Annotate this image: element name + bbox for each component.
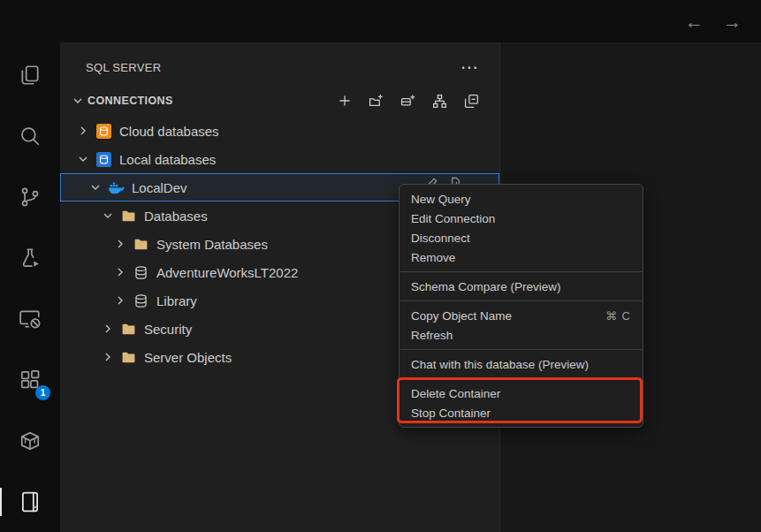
activity-bar: 1 xyxy=(0,42,60,532)
nav-back-icon[interactable]: ← xyxy=(685,12,704,31)
chevron-right-icon[interactable] xyxy=(101,322,115,336)
menu-item-edit-connection[interactable]: Edit Connection xyxy=(400,209,643,228)
tree-item-cloud-databases[interactable]: Cloud databases xyxy=(60,117,499,145)
menu-item-refresh[interactable]: Refresh xyxy=(400,325,643,345)
menu-item-label: Copy Object Name xyxy=(411,309,512,323)
tree-item-label: AdventureWorksLT2022 xyxy=(156,265,298,280)
menu-separator xyxy=(400,271,642,272)
chevron-right-icon[interactable] xyxy=(101,350,115,364)
source-control-icon xyxy=(19,186,42,209)
menu-item-chat-with-database[interactable]: Chat with this database (Preview) xyxy=(400,354,643,374)
chevron-right-icon[interactable] xyxy=(113,293,127,308)
menu-item-label: Remove xyxy=(411,251,455,264)
tree-item-label: System Databases xyxy=(156,237,268,252)
context-menu: New Query Edit Connection Disconnect Rem… xyxy=(399,184,643,428)
tree-item-label: LocalDev xyxy=(132,180,187,195)
search-icon xyxy=(19,125,42,148)
activity-item-search[interactable] xyxy=(9,115,51,157)
add-connection-icon[interactable] xyxy=(337,94,352,109)
activity-item-sql-server[interactable] xyxy=(9,481,51,523)
extensions-badge: 1 xyxy=(35,385,50,400)
menu-item-label: Delete Container xyxy=(411,387,500,400)
monitor-disabled-icon xyxy=(19,308,42,331)
menu-separator xyxy=(400,349,642,350)
connections-toolbar xyxy=(337,94,479,109)
connections-section-header[interactable]: CONNECTIONS xyxy=(60,90,499,111)
menu-separator xyxy=(400,300,642,301)
chevron-right-icon[interactable] xyxy=(113,237,127,251)
new-connection-group-icon[interactable] xyxy=(369,94,384,109)
activity-item-containers[interactable] xyxy=(9,420,51,462)
beaker-run-icon xyxy=(19,247,42,270)
nav-forward-icon[interactable]: → xyxy=(723,12,742,31)
menu-item-remove[interactable]: Remove xyxy=(400,247,643,267)
menu-item-label: New Query xyxy=(411,193,471,206)
tree-item-label: Local databases xyxy=(119,152,216,167)
menu-item-delete-container[interactable]: Delete Container xyxy=(400,384,643,403)
menu-item-label: Refresh xyxy=(411,329,453,342)
activity-item-testing[interactable] xyxy=(9,237,51,279)
local-databases-icon xyxy=(95,151,112,167)
folder-icon xyxy=(120,208,137,224)
activity-item-explorer[interactable] xyxy=(9,54,51,96)
menu-item-label: Edit Connection xyxy=(411,212,495,225)
files-icon xyxy=(19,64,42,87)
database-icon xyxy=(133,293,149,308)
menu-item-label: Schema Compare (Preview) xyxy=(411,280,561,293)
connections-section-label: CONNECTIONS xyxy=(88,95,173,107)
activity-item-extensions[interactable]: 1 xyxy=(9,359,51,401)
docker-whale-icon xyxy=(108,179,125,195)
chevron-right-icon[interactable] xyxy=(113,265,127,279)
database-server-icon xyxy=(19,490,42,513)
tree-item-label: Server Objects xyxy=(144,350,232,365)
menu-item-label: Disconnect xyxy=(411,232,470,245)
collapse-all-icon[interactable] xyxy=(464,94,479,109)
menu-item-label: Chat with this database (Preview) xyxy=(411,358,589,371)
chevron-down-icon[interactable] xyxy=(88,180,103,194)
connect-hierarchy-icon[interactable] xyxy=(432,94,447,109)
titlebar: ← → xyxy=(0,0,761,42)
menu-item-copy-object-name[interactable]: Copy Object Name ⌘ C xyxy=(400,306,643,325)
folder-icon xyxy=(120,321,137,337)
menu-item-new-query[interactable]: New Query xyxy=(400,189,643,209)
chevron-down-icon[interactable] xyxy=(101,209,115,223)
sidebar-title: SQL SERVER xyxy=(86,61,161,74)
chevron-right-icon[interactable] xyxy=(76,124,90,138)
activity-item-source-control[interactable] xyxy=(9,176,51,218)
menu-item-label: Stop Container xyxy=(411,407,491,420)
tree-item-label: Databases xyxy=(144,209,208,224)
more-actions-icon[interactable]: ⋯ xyxy=(460,61,478,73)
folder-icon xyxy=(120,349,137,365)
folder-icon xyxy=(133,236,149,252)
vscode-window: ← → xyxy=(0,0,761,532)
menu-separator xyxy=(400,378,642,379)
cloud-databases-icon xyxy=(95,123,112,139)
menu-item-stop-container[interactable]: Stop Container xyxy=(400,403,643,422)
tree-item-label: Cloud databases xyxy=(119,124,219,139)
activity-item-remote[interactable] xyxy=(9,298,51,340)
new-deployment-icon[interactable] xyxy=(400,94,415,109)
container-box-icon xyxy=(19,429,42,452)
chevron-down-icon[interactable] xyxy=(76,152,90,166)
sidebar-header: SQL SERVER ⋯ xyxy=(60,42,499,78)
menu-item-shortcut: ⌘ C xyxy=(605,309,631,323)
tree-item-label: Library xyxy=(156,293,197,308)
tree-item-local-databases[interactable]: Local databases xyxy=(60,145,499,173)
menu-item-disconnect[interactable]: Disconnect xyxy=(400,228,643,247)
chevron-down-icon[interactable] xyxy=(71,94,85,108)
database-icon xyxy=(133,264,149,280)
tree-item-label: Security xyxy=(144,322,192,337)
menu-item-schema-compare[interactable]: Schema Compare (Preview) xyxy=(400,277,643,296)
